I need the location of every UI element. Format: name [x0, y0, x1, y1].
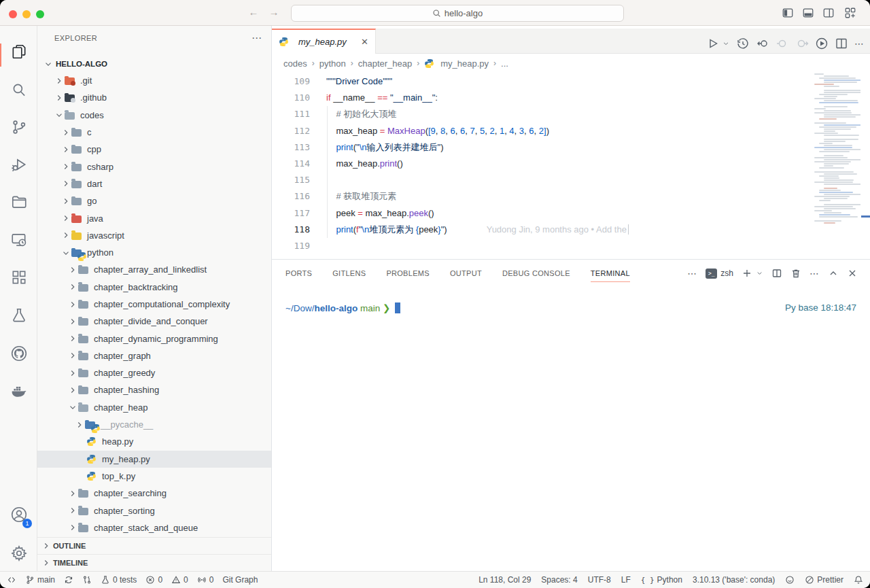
tab-my-heap[interactable]: my_heap.py ✕ [272, 29, 376, 54]
status-git-graph[interactable]: Git Graph [222, 575, 258, 585]
code-line-114[interactable]: 114 max_heap.print() [272, 156, 870, 172]
code-line-112[interactable]: 112 max_heap = MaxHeap([9, 8, 6, 6, 7, 5… [272, 123, 870, 139]
status-0[interactable]: 0 [171, 575, 188, 585]
open-previous-change-button[interactable] [756, 37, 769, 50]
panel-more-tabs-button[interactable]: ⋯ [687, 268, 697, 279]
panel-tab-debug-console[interactable]: DEBUG CONSOLE [502, 260, 570, 287]
panel-tab-terminal[interactable]: TERMINAL [591, 260, 630, 287]
status-0-tests[interactable]: 0 tests [101, 575, 137, 585]
panel-tab-ports[interactable]: PORTS [285, 260, 312, 287]
command-center-search[interactable]: hello-algo [291, 5, 624, 22]
code-line-110[interactable]: 110if __name__ == "__main__": [272, 90, 870, 106]
panel-tab-problems[interactable]: PROBLEMS [386, 260, 430, 287]
line-number[interactable]: 109 [272, 73, 310, 90]
tree-item-go[interactable]: go [37, 192, 272, 209]
tab-close-icon[interactable]: ✕ [361, 37, 368, 47]
status-python[interactable]: { }Python [641, 575, 682, 585]
status-spaces-4[interactable]: Spaces: 4 [541, 575, 577, 585]
status-remote[interactable] [7, 575, 16, 585]
activity-source-control-button[interactable] [0, 111, 37, 143]
tree-item-my_heap.py[interactable]: my_heap.py [37, 451, 272, 468]
tree-item-.github[interactable]: .github [37, 89, 272, 106]
status-feedback[interactable] [785, 575, 795, 585]
tree-item-java[interactable]: java [37, 209, 272, 226]
panel-tab-gitlens[interactable]: GITLENS [332, 260, 366, 287]
toggle-panel-button[interactable] [802, 7, 816, 19]
status-sync[interactable] [64, 575, 73, 585]
line-number[interactable]: 117 [272, 205, 310, 222]
activity-run-debug-button[interactable] [0, 148, 37, 181]
code-line-117[interactable]: 117 peek = max_heap.peek() [272, 205, 870, 222]
tree-item-.git[interactable]: .git [37, 72, 272, 89]
timeline-section-header[interactable]: TIMELINE [37, 554, 272, 571]
activity-remote-explorer-button[interactable] [0, 224, 37, 256]
code-editor[interactable]: 109"""Driver Code"""110if __name__ == "_… [272, 73, 870, 259]
line-number[interactable]: 114 [272, 156, 310, 172]
tree-item-chapter_searching[interactable]: chapter_searching [37, 485, 272, 502]
activity-github-button[interactable] [0, 337, 37, 370]
breadcrumb-item[interactable]: ... [501, 58, 508, 69]
tree-item-javascript[interactable]: javascript [37, 227, 272, 244]
tree-item-chapter_computational_complexity[interactable]: chapter_computational_complexity [37, 296, 272, 313]
status-utf-8[interactable]: UTF-8 [588, 575, 611, 585]
run-dropdown-chevron-icon[interactable] [722, 37, 730, 50]
settings-button[interactable] [0, 537, 37, 570]
new-terminal-button[interactable] [742, 268, 752, 279]
go-back-button[interactable] [776, 37, 789, 50]
line-number[interactable]: 113 [272, 139, 310, 156]
tree-item-top_k.py[interactable]: top_k.py [37, 468, 272, 485]
code-line-109[interactable]: 109"""Driver Code""" [272, 73, 870, 90]
code-line-111[interactable]: 111 # 初始化大顶堆 [272, 106, 870, 122]
tree-item-chapter_greedy[interactable]: chapter_greedy [37, 364, 272, 381]
status-compare[interactable] [82, 575, 92, 585]
tree-item-chapter_array_and_linkedlist[interactable]: chapter_array_and_linkedlist [37, 261, 272, 278]
tree-item-__pycache__[interactable]: __pycache__ [37, 416, 272, 433]
panel-more-actions-button[interactable]: ⋯ [810, 268, 820, 279]
line-number[interactable]: 112 [272, 123, 310, 139]
terminal-content[interactable]: ~/Dow/hello-algo main ❯ Py base 18:18:47 [285, 302, 856, 313]
line-number[interactable]: 119 [272, 238, 310, 254]
toggle-secondary-sidebar-button[interactable] [822, 7, 836, 19]
code-line-119[interactable]: 119 [272, 238, 870, 254]
panel-tab-output[interactable]: OUTPUT [450, 260, 482, 287]
tree-item-chapter_backtracking[interactable]: chapter_backtracking [37, 279, 272, 296]
code-line-115[interactable]: 115 [272, 172, 870, 188]
run-or-debug-button[interactable] [815, 37, 829, 50]
line-number[interactable]: 116 [272, 188, 310, 205]
code-line-113[interactable]: 113 print("\n输入列表并建堆后") [272, 139, 870, 156]
history-back-button[interactable]: ← [246, 6, 261, 18]
toggle-primary-sidebar-button[interactable] [782, 7, 795, 19]
account-button[interactable]: 1 [0, 498, 37, 531]
run-python-file-button[interactable] [706, 37, 720, 50]
code-line-118[interactable]: 118 print(f"\n堆顶元素为 {peek}")Yudong Jin, … [272, 222, 870, 238]
breadcrumb-item[interactable]: codes [283, 58, 307, 69]
customize-layout-button[interactable] [844, 7, 858, 19]
tree-item-dart[interactable]: dart [37, 175, 272, 192]
status-lf[interactable]: LF [621, 575, 631, 585]
tree-item-chapter_heap[interactable]: chapter_heap [37, 399, 272, 416]
close-panel-button[interactable] [847, 268, 858, 279]
breadcrumb-item[interactable]: python [319, 58, 346, 69]
tree-item-codes[interactable]: codes [37, 107, 272, 124]
maximize-window-button[interactable] [36, 10, 44, 18]
maximize-panel-button[interactable] [828, 268, 839, 279]
line-number[interactable]: 118 [272, 222, 310, 238]
code-line-116[interactable]: 116 # 获取堆顶元素 [272, 188, 870, 205]
tree-item-chapter_divide_and_conquer[interactable]: chapter_divide_and_conquer [37, 313, 272, 330]
split-editor-button[interactable] [835, 37, 848, 50]
status-bell[interactable] [854, 575, 863, 585]
terminal-dropdown-chevron-icon[interactable] [756, 268, 763, 279]
line-number[interactable]: 111 [272, 106, 310, 122]
line-number[interactable]: 110 [272, 90, 310, 106]
status-ln-118-col-29[interactable]: Ln 118, Col 29 [478, 575, 531, 585]
minimap[interactable] [813, 73, 860, 231]
workspace-section-header[interactable]: HELLO-ALGO [37, 56, 272, 72]
tree-item-chapter_dynamic_programming[interactable]: chapter_dynamic_programming [37, 330, 272, 347]
status-0[interactable]: 0 [197, 575, 214, 585]
tree-item-python[interactable]: python [37, 244, 272, 261]
activity-extensions-button[interactable] [0, 261, 37, 294]
close-window-button[interactable] [9, 10, 17, 18]
explorer-more-actions-button[interactable]: ⋯ [251, 32, 262, 44]
tree-item-cpp[interactable]: cpp [37, 141, 272, 158]
activity-testing-button[interactable] [0, 299, 37, 332]
